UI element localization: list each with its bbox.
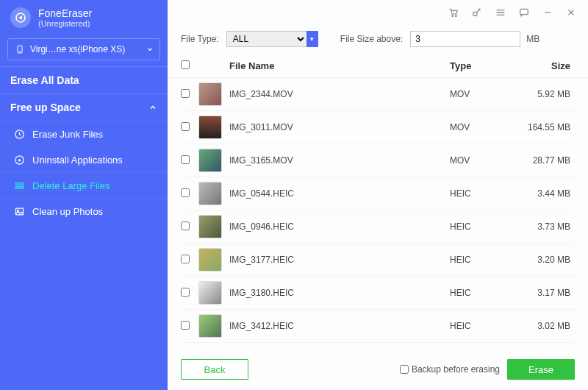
sidebar-item-label: Clean up Photos bbox=[32, 206, 103, 217]
svg-rect-12 bbox=[520, 9, 528, 14]
row-checkbox[interactable] bbox=[181, 321, 190, 330]
file-type: HEIC bbox=[450, 221, 509, 232]
file-name: IMG_3165.MOV bbox=[229, 155, 450, 166]
file-size: 3.73 MB bbox=[509, 221, 575, 232]
file-size: 5.92 MB bbox=[509, 89, 575, 99]
file-name: IMG_3180.HEIC bbox=[229, 288, 450, 298]
file-thumbnail bbox=[198, 116, 222, 139]
table-row[interactable]: IMG_3180.HEICHEIC3.17 MB bbox=[181, 277, 575, 310]
files-icon bbox=[13, 180, 25, 191]
key-icon[interactable] bbox=[470, 6, 484, 19]
table-row[interactable]: IMG_0946.HEICHEIC3.73 MB bbox=[181, 210, 575, 244]
column-size[interactable]: Size bbox=[509, 60, 575, 71]
file-size-unit: MB bbox=[526, 34, 539, 44]
sidebar-item-erase-junk-files[interactable]: Erase Junk Files bbox=[0, 121, 168, 146]
row-checkbox[interactable] bbox=[181, 221, 190, 230]
file-size: 3.44 MB bbox=[509, 188, 575, 199]
chevron-down-icon bbox=[146, 46, 154, 53]
sidebar-item-uninstall-applications[interactable]: Uninstall Applications bbox=[0, 146, 168, 172]
apps-icon bbox=[13, 154, 25, 166]
close-icon[interactable] bbox=[564, 6, 578, 19]
device-label: Virgi…ne xs(iPhone XS) bbox=[30, 44, 125, 54]
sidebar-item-label: Uninstall Applications bbox=[32, 155, 123, 166]
row-checkbox[interactable] bbox=[181, 89, 190, 98]
sidebar-item-delete-large-files[interactable]: Delete Large Files bbox=[0, 172, 168, 198]
feedback-icon[interactable] bbox=[517, 6, 531, 19]
main-panel: File Type: ALL ▾ File Size above: MB Fil… bbox=[168, 0, 588, 390]
row-checkbox[interactable] bbox=[181, 122, 190, 131]
file-size: 3.02 MB bbox=[509, 321, 575, 331]
file-type: HEIC bbox=[450, 255, 509, 265]
file-type: MOV bbox=[450, 122, 509, 132]
table-header: File Name Type Size bbox=[168, 54, 588, 78]
select-dropdown-icon[interactable]: ▾ bbox=[306, 31, 318, 47]
file-thumbnail bbox=[198, 82, 222, 106]
file-type: MOV bbox=[450, 155, 509, 166]
filter-bar: File Type: ALL ▾ File Size above: MB bbox=[168, 22, 588, 54]
backup-before-erasing-checkbox[interactable]: Backup before erasing bbox=[400, 364, 500, 375]
file-name: IMG_3177.HEIC bbox=[229, 255, 450, 265]
app-logo-icon bbox=[10, 7, 31, 28]
file-type: HEIC bbox=[450, 288, 509, 298]
column-name[interactable]: File Name bbox=[229, 60, 450, 71]
footer-bar: Back Backup before erasing Erase bbox=[168, 352, 588, 390]
svg-rect-6 bbox=[15, 186, 23, 188]
row-checkbox[interactable] bbox=[181, 255, 190, 263]
phone-icon bbox=[14, 43, 26, 55]
file-name: IMG_0544.HEIC bbox=[229, 188, 450, 199]
file-size: 28.77 MB bbox=[509, 155, 575, 166]
file-size: 3.17 MB bbox=[509, 288, 575, 298]
app-license-status: (Unregistered) bbox=[38, 19, 92, 28]
sidebar-item-label: Delete Large Files bbox=[32, 180, 110, 191]
sidebar-item-clean-up-photos[interactable]: Clean up Photos bbox=[0, 198, 168, 224]
file-list[interactable]: IMG_2344.MOVMOV5.92 MBIMG_3011.MOVMOV164… bbox=[168, 78, 588, 352]
column-type[interactable]: Type bbox=[450, 60, 509, 71]
file-thumbnail bbox=[198, 149, 222, 172]
file-size-input[interactable] bbox=[410, 31, 520, 47]
device-selector[interactable]: Virgi…ne xs(iPhone XS) bbox=[7, 38, 160, 60]
table-row[interactable]: IMG_3011.MOVMOV164.55 MB bbox=[181, 111, 575, 144]
file-name: IMG_3412.HEIC bbox=[229, 321, 450, 331]
brand-header: FoneEraser (Unregistered) bbox=[0, 0, 168, 34]
svg-point-11 bbox=[473, 12, 477, 15]
file-name: IMG_2344.MOV bbox=[229, 89, 450, 99]
file-type: HEIC bbox=[450, 321, 509, 331]
cart-icon[interactable] bbox=[447, 6, 460, 19]
file-size-label: File Size above: bbox=[340, 34, 403, 44]
file-thumbnail bbox=[198, 182, 222, 205]
file-thumbnail bbox=[198, 215, 222, 238]
nav-erase-all-data[interactable]: Erase All Data bbox=[0, 66, 168, 93]
app-name: FoneEraser bbox=[38, 7, 92, 19]
back-button[interactable]: Back bbox=[181, 359, 248, 380]
file-type: HEIC bbox=[450, 188, 509, 199]
menu-icon[interactable] bbox=[494, 6, 507, 19]
table-row[interactable]: IMG_3412.HEICHEIC3.02 MB bbox=[181, 310, 575, 343]
row-checkbox[interactable] bbox=[181, 188, 190, 197]
file-type-label: File Type: bbox=[181, 34, 219, 44]
file-thumbnail bbox=[198, 248, 222, 272]
file-thumbnail bbox=[198, 314, 222, 338]
row-checkbox[interactable] bbox=[181, 155, 190, 164]
file-name: IMG_3011.MOV bbox=[229, 122, 450, 132]
clock-icon bbox=[13, 128, 25, 140]
file-type: MOV bbox=[450, 89, 509, 99]
file-size: 164.55 MB bbox=[509, 122, 575, 132]
svg-point-9 bbox=[452, 15, 453, 17]
row-checkbox[interactable] bbox=[181, 288, 190, 297]
table-row[interactable]: IMG_0544.HEICHEIC3.44 MB bbox=[181, 177, 575, 210]
minimize-icon[interactable] bbox=[541, 6, 554, 19]
table-row[interactable]: IMG_3177.HEICHEIC3.20 MB bbox=[181, 244, 575, 277]
sidebar-item-label: Erase Junk Files bbox=[32, 129, 103, 140]
svg-point-2 bbox=[20, 52, 21, 52]
erase-button[interactable]: Erase bbox=[507, 359, 575, 380]
table-row[interactable]: IMG_3165.MOVMOV28.77 MB bbox=[181, 144, 575, 177]
table-row[interactable]: IMG_2344.MOVMOV5.92 MB bbox=[181, 78, 575, 111]
file-name: IMG_0946.HEIC bbox=[229, 221, 450, 232]
file-type-select[interactable]: ALL bbox=[226, 31, 307, 47]
nav-free-up-space[interactable]: Free up Space bbox=[0, 93, 168, 121]
chevron-up-icon bbox=[148, 103, 157, 112]
sidebar: FoneEraser (Unregistered) Virgi…ne xs(iP… bbox=[0, 0, 168, 390]
select-all-checkbox[interactable] bbox=[181, 60, 190, 69]
file-thumbnail bbox=[198, 281, 222, 305]
svg-point-10 bbox=[455, 15, 456, 17]
